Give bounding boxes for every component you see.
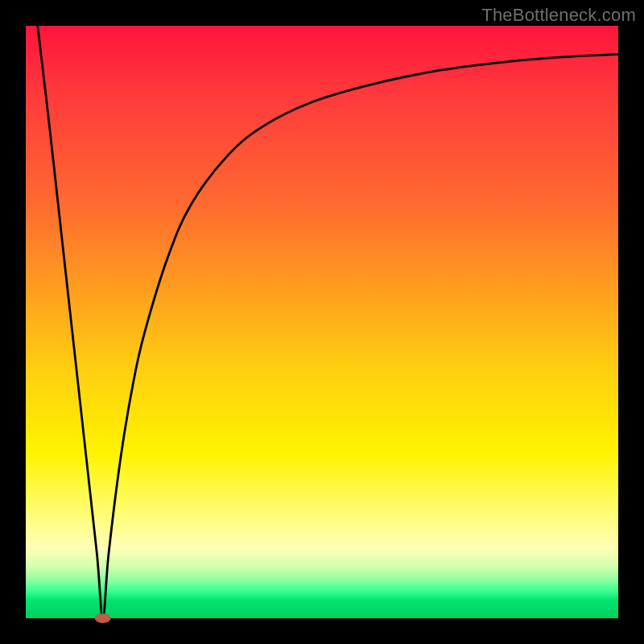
bottleneck-curve xyxy=(38,26,618,618)
curve-svg xyxy=(26,26,618,618)
plot-area xyxy=(26,26,618,618)
chart-frame: TheBottleneck.com xyxy=(0,0,644,644)
watermark-text: TheBottleneck.com xyxy=(481,5,636,26)
optimum-marker xyxy=(95,613,111,623)
